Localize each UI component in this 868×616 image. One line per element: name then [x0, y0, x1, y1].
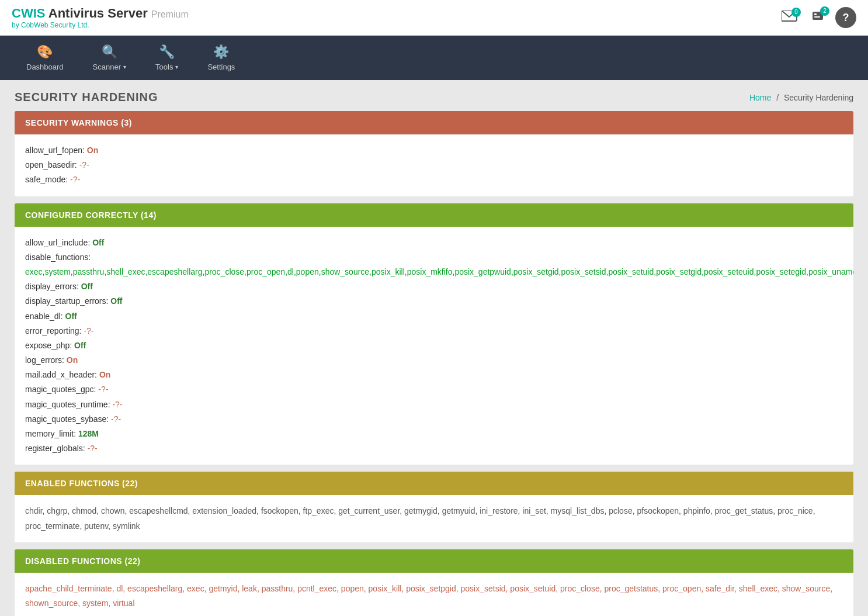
brand-title: CWIS Antivirus Server Premium — [12, 6, 189, 21]
nav-settings[interactable]: ⚙️ Settings — [193, 36, 249, 80]
config-display-startup-errors: display_startup_errors: Off — [25, 294, 843, 309]
svg-rect-2 — [814, 13, 817, 15]
config-expose-php: expose_php: Off — [25, 338, 843, 353]
page-title-area: SECURITY HARDENING Home / Security Harde… — [0, 80, 868, 111]
security-warnings-header: SECURITY WARNINGS (3) — [15, 111, 853, 134]
tools-chevron-icon: ▾ — [175, 64, 178, 70]
brand-antivirus: Antivirus Server — [45, 6, 151, 20]
breadcrumb: Home / Security Hardening — [749, 93, 853, 102]
config-mail-add-x-header: mail.add_x_header: On — [25, 368, 843, 382]
config-label-13: memory_limit: — [25, 429, 78, 438]
warning-open-basedir: open_basedir: -?- — [25, 158, 843, 172]
config-label-10: magic_quotes_gpc: — [25, 385, 98, 394]
disabled-functions-header: DISABLED FUNCTIONS (22) — [15, 549, 853, 573]
disabled-functions-text: apache_child_terminate, dl, escapeshella… — [25, 584, 832, 608]
config-magic-quotes-runtime: magic_quotes_runtime: -?- — [25, 397, 843, 412]
warning-label-2: open_basedir: — [25, 160, 79, 169]
configured-correctly-body: allow_url_include: Off disable_functions… — [15, 227, 853, 465]
config-value-9: On — [99, 370, 110, 379]
nav-tools-label: Tools ▾ — [155, 63, 178, 71]
warning-value-3: -?- — [70, 175, 80, 184]
svg-rect-3 — [814, 16, 820, 18]
notification-badge: 2 — [820, 6, 829, 16]
config-value-13: 128M — [78, 429, 99, 438]
config-log-errors: log_errors: On — [25, 353, 843, 368]
config-label-1: allow_url_include: — [25, 238, 92, 247]
enabled-functions-body: chdir, chgrp, chmod, chown, escapeshellc… — [15, 495, 853, 542]
brand-premium: Premium — [151, 9, 189, 19]
enabled-functions-header: ENABLED FUNCTIONS (22) — [15, 472, 853, 495]
config-label-4: display_startup_errors: — [25, 296, 110, 306]
breadcrumb-separator: / — [776, 93, 779, 102]
config-disable-functions: disable_functions: — [25, 250, 843, 265]
config-value-12: -?- — [111, 414, 121, 424]
config-label-14: register_globals: — [25, 444, 88, 453]
config-magic-quotes-gpc: magic_quotes_gpc: -?- — [25, 382, 843, 397]
brand-sub: by CobWeb Security Ltd. — [12, 21, 189, 29]
brand: CWIS Antivirus Server Premium by CobWeb … — [12, 6, 189, 29]
config-value-11: -?- — [112, 400, 122, 409]
header-icons: 0 2 ? — [782, 7, 856, 28]
settings-icon: ⚙️ — [213, 44, 229, 60]
nav-tools[interactable]: 🔧 Tools ▾ — [141, 36, 193, 80]
config-value-4: Off — [110, 296, 122, 306]
warning-label-1: allow_url_fopen: — [25, 146, 87, 155]
tools-icon: 🔧 — [159, 44, 175, 60]
configured-correctly-section: CONFIGURED CORRECTLY (14) allow_url_incl… — [15, 203, 853, 465]
configured-correctly-header: CONFIGURED CORRECTLY (14) — [15, 203, 853, 227]
email-icon-badge[interactable]: 0 — [782, 11, 798, 25]
config-value-1: Off — [92, 238, 104, 247]
security-warnings-section: SECURITY WARNINGS (3) allow_url_fopen: O… — [15, 111, 853, 196]
scanner-chevron-icon: ▾ — [123, 64, 126, 70]
brand-cwis: CWIS — [12, 6, 45, 20]
config-label-2: disable_functions: — [25, 252, 91, 262]
config-magic-quotes-sybase: magic_quotes_sybase: -?- — [25, 412, 843, 427]
warning-allow-url-fopen: allow_url_fopen: On — [25, 143, 843, 158]
nav-scanner-label: Scanner ▾ — [93, 63, 126, 71]
dashboard-icon: 🎨 — [37, 44, 53, 60]
exec-functions-value: exec,system,passthru,shell_exec,escapesh… — [25, 267, 853, 276]
config-enable-dl: enable_dl: Off — [25, 309, 843, 324]
top-header: CWIS Antivirus Server Premium by CobWeb … — [0, 0, 868, 36]
notification-icon-badge[interactable]: 2 — [811, 9, 827, 26]
email-badge: 0 — [791, 8, 801, 17]
warning-value-1: On — [87, 146, 98, 155]
security-warnings-body: allow_url_fopen: On open_basedir: -?- sa… — [15, 134, 853, 196]
config-allow-url-include: allow_url_include: Off — [25, 236, 843, 250]
warning-value-2: -?- — [79, 160, 89, 169]
config-label-6: error_reporting: — [25, 326, 84, 335]
disabled-functions-section: DISABLED FUNCTIONS (22) apache_child_ter… — [15, 549, 853, 616]
config-label-11: magic_quotes_runtime: — [25, 400, 112, 409]
enabled-functions-text: chdir, chgrp, chmod, chown, escapeshellc… — [25, 506, 815, 530]
config-label-9: mail.add_x_header: — [25, 370, 99, 379]
breadcrumb-home[interactable]: Home — [749, 93, 771, 102]
config-label-5: enable_dl: — [25, 312, 65, 321]
config-value-7: Off — [74, 341, 86, 350]
disabled-functions-body: apache_child_terminate, dl, escapeshella… — [15, 573, 853, 616]
nav-dashboard[interactable]: 🎨 Dashboard — [12, 36, 78, 80]
nav-settings-label: Settings — [207, 63, 235, 71]
config-value-5: Off — [65, 312, 77, 321]
enabled-functions-section: ENABLED FUNCTIONS (22) chdir, chgrp, chm… — [15, 472, 853, 542]
config-error-reporting: error_reporting: -?- — [25, 324, 843, 338]
help-button[interactable]: ? — [835, 7, 856, 28]
scanner-icon: 🔍 — [102, 44, 117, 60]
config-value-10: -?- — [98, 385, 108, 394]
config-value-6: -?- — [84, 326, 93, 335]
main-nav: 🎨 Dashboard 🔍 Scanner ▾ 🔧 Tools ▾ ⚙️ Set… — [0, 36, 868, 80]
config-value-3: Off — [81, 282, 93, 291]
nav-scanner[interactable]: 🔍 Scanner ▾ — [78, 36, 141, 80]
config-value-8: On — [67, 355, 78, 365]
config-label-8: log_errors: — [25, 355, 67, 365]
warning-label-3: safe_mode: — [25, 175, 70, 184]
config-label-3: display_errors: — [25, 282, 81, 291]
config-value-14: -?- — [88, 444, 98, 453]
config-label-12: magic_quotes_sybase: — [25, 414, 111, 424]
nav-dashboard-label: Dashboard — [26, 63, 64, 71]
config-exec-functions: exec,system,passthru,shell_exec,escapesh… — [25, 265, 843, 279]
page-title: SECURITY HARDENING — [15, 91, 158, 104]
config-label-7: expose_php: — [25, 341, 74, 350]
content-area: SECURITY WARNINGS (3) allow_url_fopen: O… — [0, 111, 868, 616]
config-register-globals: register_globals: -?- — [25, 441, 843, 456]
warning-safe-mode: safe_mode: -?- — [25, 172, 843, 187]
